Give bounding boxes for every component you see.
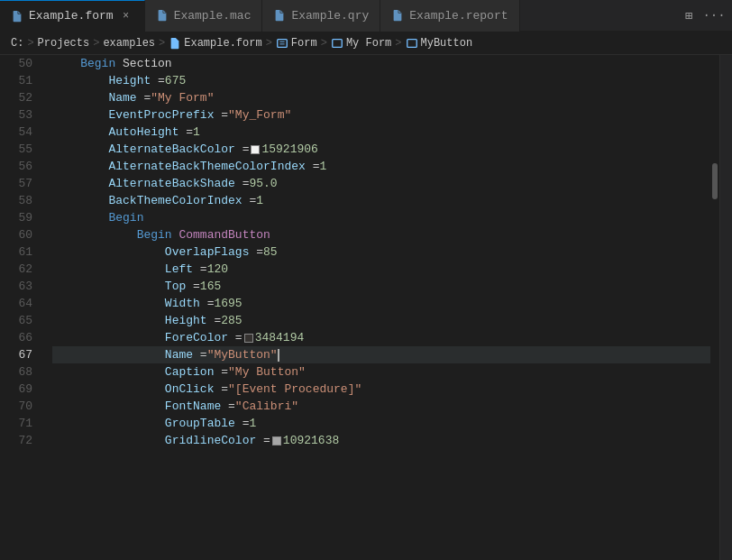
tab-label: Example.mac bbox=[174, 9, 252, 23]
code-line: AlternateBackShade =95.0 bbox=[52, 175, 710, 192]
line-number: 72 bbox=[0, 432, 38, 449]
line-number: 58 bbox=[0, 192, 38, 209]
line-number: 66 bbox=[0, 329, 38, 346]
line-numbers: 5051525354555657585960616263646566676869… bbox=[0, 55, 45, 560]
line-number: 63 bbox=[0, 278, 38, 295]
code-line: GridlineColor =10921638 bbox=[52, 432, 710, 449]
line-number: 68 bbox=[0, 363, 38, 381]
color-swatch bbox=[272, 436, 281, 445]
code-line: Begin bbox=[52, 209, 710, 226]
file-icon bbox=[391, 9, 404, 22]
code-line: Left =120 bbox=[52, 261, 710, 278]
code-line: Begin CommandButton bbox=[52, 226, 710, 243]
scrollbar-thumb[interactable] bbox=[712, 163, 718, 199]
more-actions-button[interactable]: ··· bbox=[703, 5, 725, 26]
code-line: Name ="My Form" bbox=[52, 89, 710, 106]
tab-label: Example.form bbox=[29, 9, 114, 23]
tab-example-form[interactable]: Example.form × bbox=[0, 0, 145, 32]
svg-rect-4 bbox=[407, 39, 416, 47]
color-swatch bbox=[251, 145, 260, 154]
line-number: 52 bbox=[0, 89, 38, 106]
code-line: OverlapFlags =85 bbox=[52, 243, 710, 261]
tab-label: Example.report bbox=[409, 9, 508, 23]
code-line: AutoHeight =1 bbox=[52, 124, 710, 141]
code-line: Height =675 bbox=[52, 72, 710, 89]
minimap bbox=[719, 55, 732, 560]
breadcrumb: C: > Projects > examples > Example.form … bbox=[0, 32, 732, 55]
tab-bar: Example.form × Example.mac Example.qry E… bbox=[0, 0, 732, 32]
file-icon bbox=[156, 9, 169, 22]
line-number: 71 bbox=[0, 415, 38, 432]
tab-example-qry[interactable]: Example.qry bbox=[262, 0, 380, 32]
line-number: 69 bbox=[0, 381, 38, 398]
line-number: 53 bbox=[0, 106, 38, 124]
line-number: 65 bbox=[0, 312, 38, 329]
line-number: 57 bbox=[0, 175, 38, 192]
line-number: 55 bbox=[0, 141, 38, 158]
line-number: 61 bbox=[0, 243, 38, 261]
breadcrumb-item-mybutton[interactable]: MyButton bbox=[406, 37, 473, 50]
object-icon bbox=[406, 37, 418, 50]
line-number: 56 bbox=[0, 158, 38, 175]
code-line: AlternateBackColor =15921906 bbox=[52, 141, 710, 158]
breadcrumb-item-c[interactable]: C: bbox=[11, 37, 23, 50]
code-line: EventProcPrefix ="My_Form" bbox=[52, 106, 710, 124]
code-area[interactable]: Begin Section Height =675 Name ="My Form… bbox=[45, 55, 710, 560]
code-line: AlternateBackThemeColorIndex =1 bbox=[52, 158, 710, 175]
editor: 5051525354555657585960616263646566676869… bbox=[0, 55, 732, 560]
code-line: Caption ="My Button" bbox=[52, 363, 710, 381]
line-number: 51 bbox=[0, 72, 38, 89]
code-line: ForeColor =3484194 bbox=[52, 329, 710, 346]
line-number: 64 bbox=[0, 295, 38, 312]
object-icon bbox=[331, 37, 343, 50]
breadcrumb-item-myform[interactable]: My Form bbox=[331, 37, 391, 50]
file-icon bbox=[273, 9, 286, 22]
code-line: Height =285 bbox=[52, 312, 710, 329]
text-cursor bbox=[278, 349, 279, 362]
tab-example-report[interactable]: Example.report bbox=[380, 0, 519, 32]
code-line: FontName ="Calibri" bbox=[52, 398, 710, 415]
breadcrumb-item-examples[interactable]: examples bbox=[103, 37, 155, 50]
breadcrumb-item-projects[interactable]: Projects bbox=[38, 37, 90, 50]
code-line: Width =1695 bbox=[52, 295, 710, 312]
tab-close-button[interactable]: × bbox=[119, 9, 133, 23]
code-line: Top =165 bbox=[52, 278, 710, 295]
color-swatch bbox=[244, 334, 253, 343]
tab-label: Example.qry bbox=[291, 9, 369, 23]
code-line: GroupTable =1 bbox=[52, 415, 710, 432]
line-number: 70 bbox=[0, 398, 38, 415]
tab-actions: ⊞ ··· bbox=[671, 5, 732, 26]
line-number: 60 bbox=[0, 226, 38, 243]
tab-example-mac[interactable]: Example.mac bbox=[145, 0, 263, 32]
vertical-scrollbar[interactable] bbox=[710, 55, 719, 560]
line-number: 59 bbox=[0, 209, 38, 226]
line-number: 62 bbox=[0, 261, 38, 278]
split-editor-button[interactable]: ⊞ bbox=[678, 5, 700, 26]
breadcrumb-item-form[interactable]: Form bbox=[276, 37, 317, 50]
breadcrumb-item-file[interactable]: Example.form bbox=[169, 37, 261, 50]
line-number: 67 bbox=[0, 346, 38, 363]
svg-rect-0 bbox=[278, 39, 288, 47]
code-line: Begin Section bbox=[52, 55, 710, 72]
object-icon bbox=[276, 37, 288, 50]
file-icon bbox=[169, 37, 181, 50]
code-line: BackThemeColorIndex =1 bbox=[52, 192, 710, 209]
code-line: OnClick ="[Event Procedure]" bbox=[52, 381, 710, 398]
svg-rect-3 bbox=[333, 39, 343, 47]
code-line: Name ="MyButton" bbox=[52, 346, 710, 363]
line-number: 54 bbox=[0, 124, 38, 141]
file-icon bbox=[11, 10, 23, 23]
line-number: 50 bbox=[0, 55, 38, 72]
